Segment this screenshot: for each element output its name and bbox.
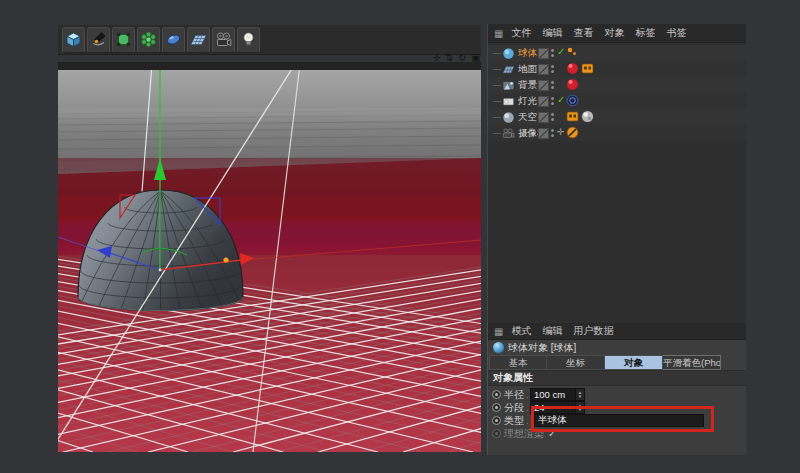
light-target-tag-icon[interactable] xyxy=(566,94,579,107)
layer-toggle[interactable] xyxy=(538,64,549,75)
enabled-check[interactable]: ✓ xyxy=(557,46,565,57)
object-row-camera[interactable]: 摄像机 xyxy=(488,125,746,141)
material-tag-icon[interactable] xyxy=(566,62,579,75)
attribute-tabs: 基本 坐标 对象 平滑着色(Phong) xyxy=(488,355,746,370)
radio-icon[interactable] xyxy=(492,390,501,399)
menu-edit[interactable]: 编辑 xyxy=(542,324,562,338)
object-manager-menu: 文件 编辑 查看 对象 标签 书签 xyxy=(488,24,746,43)
tab-basic[interactable]: 基本 xyxy=(489,355,547,370)
sphere-object-icon xyxy=(502,47,515,60)
camera-icon[interactable] xyxy=(212,27,235,53)
layer-toggle[interactable] xyxy=(538,112,549,123)
attribute-title: 球体对象 [球体] xyxy=(488,340,746,355)
viewport-scene xyxy=(58,70,481,452)
field-radius: 半径 100 cm xyxy=(488,388,746,401)
radio-icon[interactable] xyxy=(492,416,501,425)
menu-view[interactable]: 查看 xyxy=(573,26,593,40)
compositing-tag-icon[interactable] xyxy=(566,110,579,123)
visibility-dots[interactable] xyxy=(551,81,554,90)
visibility-dots[interactable] xyxy=(551,65,554,74)
background-object-icon xyxy=(502,79,515,92)
annotation-highlight-box xyxy=(531,406,714,432)
object-manager: 文件 编辑 查看 对象 标签 书签 球体 ✓ 地面 xyxy=(487,24,746,323)
visibility-dots[interactable] xyxy=(551,97,554,106)
object-title-text: 球体对象 [球体] xyxy=(508,341,576,355)
visibility-dots[interactable] xyxy=(551,49,554,58)
menu-bookmarks[interactable]: 书签 xyxy=(666,26,686,40)
layer-toggle[interactable] xyxy=(538,48,549,59)
radio-icon[interactable] xyxy=(492,429,501,438)
menu-tags[interactable]: 标签 xyxy=(635,26,655,40)
layer-toggle[interactable] xyxy=(538,96,549,107)
sphere-icon xyxy=(493,342,504,353)
menu-objects[interactable]: 对象 xyxy=(604,26,624,40)
object-row-floor[interactable]: 地面 xyxy=(488,61,746,77)
object-row-background[interactable]: 背景 xyxy=(488,77,746,93)
enabled-check[interactable]: ✓ xyxy=(557,94,565,105)
light-bulb-icon[interactable] xyxy=(237,27,260,53)
radius-input[interactable]: 100 cm xyxy=(530,388,576,401)
protection-tag-icon[interactable] xyxy=(566,126,579,139)
add-cube-icon[interactable] xyxy=(62,27,85,53)
main-toolbar xyxy=(58,25,481,55)
menu-edit[interactable]: 编辑 xyxy=(542,26,562,40)
make-editable-icon[interactable] xyxy=(112,27,135,53)
pen-tool-icon[interactable] xyxy=(87,27,110,53)
tab-object[interactable]: 对象 xyxy=(605,355,663,370)
light-object-icon xyxy=(502,95,515,108)
spline-ellipse-icon[interactable] xyxy=(162,27,185,53)
object-list: 球体 ✓ 地面 背景 xyxy=(488,45,746,141)
panel-grid-icon[interactable] xyxy=(494,326,503,337)
object-row-sky[interactable]: 天空 xyxy=(488,109,746,125)
viewport[interactable] xyxy=(58,62,481,452)
texture-tag-icon[interactable] xyxy=(581,110,594,123)
visibility-dots[interactable] xyxy=(551,129,554,138)
camera-object-icon xyxy=(502,127,515,140)
tab-phong[interactable]: 平滑着色(Phong) xyxy=(663,355,721,370)
cinema4d-window: 文件 编辑 查看 对象 标签 书签 球体 ✓ 地面 xyxy=(0,0,800,473)
layer-toggle[interactable] xyxy=(538,128,549,139)
viewport-header xyxy=(58,62,481,70)
tab-coordinates[interactable]: 坐标 xyxy=(547,355,605,370)
section-object-properties: 对象属性 xyxy=(488,370,746,386)
menu-mode[interactable]: 模式 xyxy=(511,324,531,338)
menu-user-data[interactable]: 用户数据 xyxy=(573,324,613,338)
compositing-tag-icon[interactable] xyxy=(581,62,594,75)
visibility-dots[interactable] xyxy=(551,113,554,122)
modeling-gear-icon[interactable] xyxy=(137,27,160,53)
radio-icon[interactable] xyxy=(492,403,501,412)
material-tag-icon[interactable] xyxy=(566,78,579,91)
object-row-sphere[interactable]: 球体 ✓ xyxy=(488,45,746,61)
floor-object-icon xyxy=(502,63,515,76)
camera-active-marker[interactable] xyxy=(557,127,565,137)
layer-toggle[interactable] xyxy=(538,80,549,91)
attribute-menu: 模式 编辑 用户数据 xyxy=(488,323,746,340)
attribute-manager: 模式 编辑 用户数据 球体对象 [球体] 基本 坐标 对象 平滑着色(Phong… xyxy=(487,323,746,455)
menu-file[interactable]: 文件 xyxy=(511,26,531,40)
panel-grid-icon[interactable] xyxy=(494,28,503,39)
floor-grid-icon[interactable] xyxy=(187,27,210,53)
sky-object-icon xyxy=(502,111,515,124)
phong-tag-icon[interactable] xyxy=(566,46,579,59)
radius-stepper[interactable] xyxy=(576,388,585,401)
object-row-light[interactable]: 灯光 ✓ xyxy=(488,93,746,109)
